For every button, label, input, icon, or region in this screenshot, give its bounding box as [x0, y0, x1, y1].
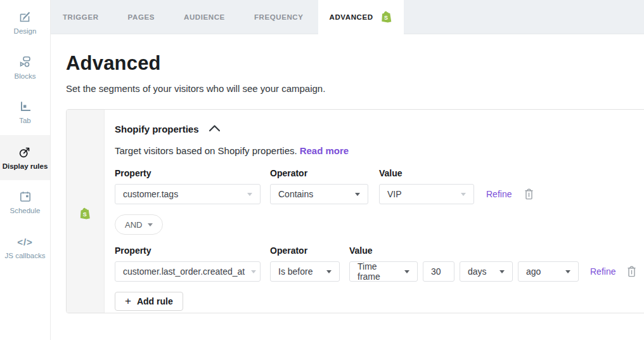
plus-icon: + — [125, 296, 131, 306]
operator-select[interactable]: Is before — [270, 261, 340, 282]
design-icon — [18, 10, 32, 23]
blocks-icon — [18, 55, 32, 69]
operator-value: Is before — [278, 266, 312, 277]
shopify-bag-icon: S — [382, 11, 392, 24]
property-label: Property — [115, 168, 261, 178]
property-select[interactable]: customer.last_order.created_at — [115, 261, 261, 282]
tab-audience[interactable]: AUDIENCE — [169, 0, 240, 34]
operator-label: Operator — [270, 245, 340, 256]
tab-trigger[interactable]: TRIGGER — [51, 0, 113, 34]
page-title: Advanced — [66, 52, 644, 75]
value-unit-select[interactable]: days — [460, 261, 513, 282]
add-rule-button[interactable]: + Add rule — [115, 292, 183, 311]
trash-icon[interactable] — [627, 266, 636, 277]
rule-row-1: Property customer.tags Operator Contains… — [115, 168, 644, 204]
panel-gutter: S — [67, 110, 105, 313]
shopify-properties-panel: S Shopify properties Target visitors bas… — [66, 109, 644, 313]
sidebar-item-schedule[interactable]: Schedule — [0, 180, 50, 225]
chevron-down-icon — [148, 223, 153, 226]
shopify-bag-icon: S — [80, 207, 91, 222]
sidebar-item-label: JS callbacks — [5, 252, 46, 260]
sidebar-item-blocks[interactable]: Blocks — [0, 45, 50, 90]
property-select[interactable]: customer.tags — [115, 184, 261, 204]
value-label: Value — [349, 245, 579, 256]
top-tabbar: TRIGGER PAGES AUDIENCE FREQUENCY ADVANCE… — [51, 0, 644, 34]
chevron-down-icon — [247, 193, 252, 196]
value-qualifier-select[interactable]: ago — [518, 261, 579, 282]
chevron-down-icon — [461, 193, 466, 196]
section-collapse-toggle[interactable]: Shopify properties — [115, 123, 644, 134]
sidebar-item-js-callbacks[interactable]: </> JS callbacks — [0, 225, 50, 270]
svg-text:S: S — [384, 14, 388, 20]
tab-icon — [19, 100, 32, 113]
value-amount-input[interactable] — [423, 261, 454, 282]
trash-icon[interactable] — [524, 188, 534, 200]
read-more-link[interactable]: Read more — [300, 145, 349, 156]
chevron-up-icon — [209, 123, 221, 134]
tab-advanced-label: ADVANCED — [330, 13, 373, 21]
connector-select[interactable]: AND — [115, 214, 163, 235]
section-title: Shopify properties — [115, 124, 199, 134]
value-mode-value: Time frame — [357, 261, 398, 282]
code-icon: </> — [17, 235, 33, 248]
connector-value: AND — [125, 220, 142, 230]
value-mode-select[interactable]: Time frame — [349, 261, 418, 282]
property-value: customer.last_order.created_at — [123, 266, 245, 277]
left-sidebar: Design Blocks Tab Displ — [0, 0, 51, 340]
chevron-down-icon — [565, 270, 570, 273]
rule-row-2: Property customer.last_order.created_at … — [115, 245, 644, 282]
value-label: Value — [379, 168, 474, 178]
value-select[interactable]: VIP — [379, 184, 474, 204]
operator-label: Operator — [270, 168, 368, 178]
svg-text:S: S — [82, 211, 86, 218]
operator-value: Contains — [278, 189, 313, 199]
sidebar-item-label: Display rules — [3, 163, 48, 171]
add-rule-label: Add rule — [137, 296, 173, 306]
tab-frequency[interactable]: FREQUENCY — [240, 0, 318, 34]
refine-link[interactable]: Refine — [590, 266, 615, 277]
description-text: Target visitors based on Shopify propert… — [115, 145, 297, 156]
sidebar-item-label: Blocks — [15, 73, 36, 81]
value-value: VIP — [387, 189, 402, 199]
sidebar-item-label: Design — [14, 28, 37, 36]
value-unit-value: days — [468, 266, 487, 277]
panel-content: Shopify properties Target visitors based… — [105, 110, 644, 313]
page-subtitle: Set the segments of your visitors who wi… — [66, 83, 644, 94]
dart-icon — [18, 145, 32, 159]
chevron-down-icon — [499, 270, 505, 273]
sidebar-item-design[interactable]: Design — [0, 0, 50, 45]
value-qualifier-value: ago — [526, 266, 541, 277]
sidebar-item-tab[interactable]: Tab — [0, 90, 50, 135]
chevron-down-icon — [326, 270, 332, 273]
property-value: customer.tags — [123, 189, 178, 199]
section-description: Target visitors based on Shopify propert… — [115, 145, 644, 156]
calendar-icon — [19, 190, 32, 203]
tab-advanced[interactable]: ADVANCED S — [318, 0, 404, 34]
operator-select[interactable]: Contains — [270, 184, 368, 204]
chevron-down-icon — [251, 270, 256, 273]
chevron-down-icon — [355, 193, 360, 196]
sidebar-item-label: Tab — [19, 117, 31, 125]
chevron-down-icon — [404, 270, 409, 273]
tab-pages[interactable]: PAGES — [113, 0, 169, 34]
sidebar-item-display-rules[interactable]: Display rules — [0, 135, 50, 180]
property-label: Property — [115, 245, 261, 256]
refine-link[interactable]: Refine — [486, 189, 512, 199]
sidebar-item-label: Schedule — [10, 207, 41, 215]
